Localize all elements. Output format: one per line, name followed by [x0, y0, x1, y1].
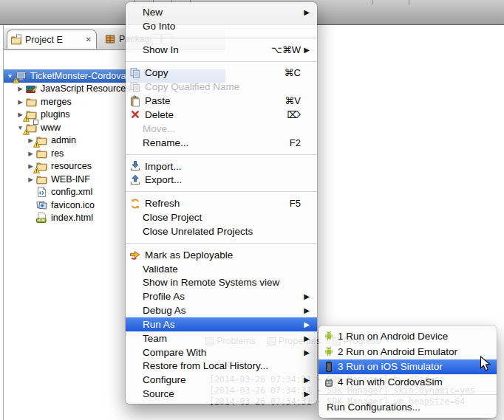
menu-shortcut: F5	[290, 198, 301, 209]
menu-item-label: Team	[143, 333, 167, 344]
folder-icon	[35, 134, 48, 146]
menu-separator	[319, 394, 497, 395]
submenu-arrow-icon: ▶	[301, 390, 310, 398]
menu-item-new[interactable]: New▶	[126, 5, 317, 19]
menu-separator	[126, 61, 317, 62]
menu-item-label: Validate	[143, 264, 178, 275]
menu-item-profile-as[interactable]: Profile As▶	[126, 289, 317, 303]
menu-item-validate[interactable]: Validate	[126, 262, 317, 276]
menu-item-team[interactable]: Team▶	[126, 331, 317, 345]
submenu-arrow-icon: ▶	[301, 376, 310, 384]
menu-item-label: Refresh	[145, 198, 180, 209]
menu-shortcut: ⌘V	[285, 95, 301, 106]
menu-item-show-in[interactable]: Show In⌥⌘W▶	[126, 43, 317, 57]
menu-item-label: Delete	[145, 109, 174, 120]
menu-item-mark-as-deployable[interactable]: Mark as Deployable	[126, 248, 317, 262]
eclipse-window: Project E ✕ Package E ▼TicketMonster-Cor…	[0, 0, 504, 420]
tab-project-explorer[interactable]: Project E ✕	[7, 30, 97, 49]
folder-icon	[35, 148, 48, 159]
menu-item-label: Export...	[145, 174, 182, 185]
menu-separator	[126, 38, 317, 38]
android-icon	[323, 345, 335, 357]
menu-item-label: Mark as Deployable	[145, 249, 233, 261]
menu-item-label: Import...	[145, 161, 182, 172]
menu-item-label: Source	[143, 388, 174, 399]
menu-item-1-run-on-android-device[interactable]: 1 Run on Android Device	[319, 328, 497, 344]
menu-item-go-into[interactable]: Go Into	[126, 19, 317, 33]
tree-item-label: www	[41, 123, 61, 133]
menu-item-label: Copy Qualified Name	[145, 81, 239, 92]
tab-close-icon[interactable]: ✕	[84, 35, 93, 44]
tree-item-label: res	[51, 148, 64, 159]
tree-item-label: TicketMonster-Cordova	[30, 71, 126, 81]
menu-item-label: 2 Run on Android Emulator	[338, 346, 457, 357]
submenu-arrow-icon: ▶	[301, 306, 310, 314]
menu-item-delete[interactable]: Delete⌦	[126, 108, 317, 122]
menu-item-label: Rename...	[143, 137, 188, 148]
tree-collapsed-arrow-icon[interactable]: ▶	[26, 150, 35, 157]
tree-collapsed-arrow-icon[interactable]: ▶	[26, 176, 35, 183]
link-badge-icon	[33, 120, 38, 125]
menu-item-source[interactable]: Source▶	[126, 387, 317, 401]
copy-icon	[129, 67, 141, 79]
menu-item-close-project[interactable]: Close Project	[126, 210, 317, 224]
tree-item-label: config.xml	[51, 187, 92, 197]
menu-item-refresh[interactable]: RefreshF5	[126, 196, 317, 210]
jsresources-icon	[25, 83, 38, 94]
delete-icon	[129, 109, 141, 120]
menu-item-copy[interactable]: Copy⌘C	[126, 66, 317, 80]
menu-item-export[interactable]: Export...	[126, 173, 317, 187]
menu-item-label: Run As	[143, 319, 175, 330]
tree-item-label: favicon.ico	[51, 200, 95, 210]
menu-item-3-run-on-ios-simulator[interactable]: 3 Run on iOS Simulator	[319, 359, 497, 375]
run-as-submenu: 1 Run on Android Device2 Run on Android …	[319, 326, 497, 418]
menu-item-run-as[interactable]: Run As▶	[126, 317, 317, 331]
menu-item-show-in-remote-systems-view[interactable]: Show in Remote Systems view	[126, 276, 317, 290]
menu-item-label: Close Project	[143, 212, 202, 223]
warning-overlay-icon	[13, 77, 19, 83]
menu-item-label: Configure	[143, 374, 186, 385]
menu-item-rename[interactable]: Rename...F2	[126, 136, 317, 150]
android-icon	[323, 330, 335, 342]
deploy-icon	[129, 249, 141, 261]
menu-item-4-run-with-cordovasim[interactable]: 4 Run with CordovaSim	[319, 374, 497, 390]
menu-item-import[interactable]: Import...	[126, 159, 317, 173]
menu-item-debug-as[interactable]: Debug As▶	[126, 303, 317, 317]
menu-item-restore-from-local-history[interactable]: Restore from Local History...	[126, 359, 317, 373]
cordovasim-icon	[323, 376, 335, 388]
submenu-arrow-icon: ▶	[301, 320, 310, 328]
tree-collapsed-arrow-icon[interactable]: ▶	[16, 98, 25, 106]
svg-text:HTM: HTM	[38, 218, 45, 222]
menu-item-label: New	[143, 7, 163, 18]
ios-icon	[323, 361, 335, 373]
project-explorer-tab-icon	[10, 34, 22, 46]
menu-item-move: Move...	[126, 122, 317, 136]
menu-item-label: 4 Run with CordovaSim	[338, 376, 443, 388]
folder-icon	[35, 160, 48, 172]
tree-item-label: merges	[41, 97, 72, 107]
menu-separator	[126, 154, 317, 155]
menu-item-label: Close Unrelated Projects	[143, 226, 253, 237]
menu-item-label: 1 Run on Android Device	[338, 331, 448, 342]
menu-item-label: Profile As	[143, 291, 185, 302]
tab-label: Project E	[25, 35, 63, 45]
warning-overlay-icon	[23, 128, 30, 135]
tree-item-label: resources	[51, 161, 92, 171]
package-explorer-tab-icon	[104, 33, 116, 45]
tree-item-label: admin	[51, 135, 76, 145]
project-icon	[15, 70, 27, 82]
menu-item-paste[interactable]: Paste⌘V	[126, 94, 317, 108]
tree-item-label: plugins	[41, 109, 70, 120]
folder-icon	[35, 173, 48, 185]
menu-item-label: Paste	[145, 95, 171, 106]
menu-item-close-unrelated-projects[interactable]: Close Unrelated Projects	[126, 224, 317, 238]
tree-collapsed-arrow-icon[interactable]: ▶	[16, 85, 25, 92]
menu-item-label: Go Into	[143, 21, 175, 32]
menu-item-2-run-on-android-emulator[interactable]: 2 Run on Android Emulator	[319, 344, 497, 359]
menu-item-configure[interactable]: Configure▶	[126, 373, 317, 387]
menu-item-label: Compare With	[143, 347, 206, 358]
menu-item-run-configurations[interactable]: Run Configurations...	[319, 399, 497, 415]
mouse-cursor-icon	[480, 356, 492, 375]
menu-shortcut: ⌥⌘W	[271, 44, 301, 55]
menu-item-compare-with[interactable]: Compare With▶	[126, 345, 317, 359]
